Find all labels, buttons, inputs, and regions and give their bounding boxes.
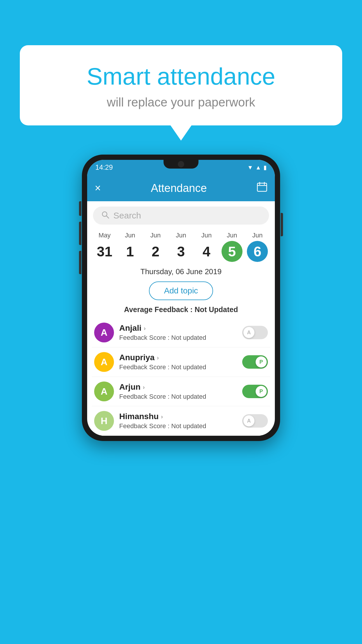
avatar-arjun: A [94, 382, 114, 401]
date-col-2[interactable]: Jun 2 [144, 232, 167, 262]
toggle-knob-anjali: A [243, 327, 254, 338]
month-2: Jun [150, 232, 161, 239]
speech-bubble: Smart attendance will replace your paper… [20, 45, 342, 125]
day-2: 2 [145, 241, 166, 262]
battery-icon: ▮ [263, 164, 267, 171]
close-button[interactable]: × [95, 182, 101, 194]
student-feedback-arjun: Feedback Score : Not updated [119, 393, 237, 400]
month-5: Jun [227, 232, 237, 239]
avatar-anjali: A [94, 323, 114, 342]
student-item-anjali[interactable]: A Anjali › Feedback Score : Not updated [92, 318, 270, 347]
student-item-himanshu[interactable]: H Himanshu › Feedback Score : Not update… [92, 406, 270, 436]
attendance-toggle-himanshu[interactable]: A [242, 414, 268, 428]
toggle-knob-arjun: P [256, 386, 267, 397]
date-col-5[interactable]: Jun 5 [220, 232, 244, 262]
front-camera [178, 161, 184, 167]
day-4: 4 [196, 241, 217, 262]
month-6: Jun [252, 232, 262, 239]
power-button [281, 213, 283, 236]
student-feedback-anupriya: Feedback Score : Not updated [119, 363, 237, 371]
student-list: A Anjali › Feedback Score : Not updated [87, 318, 275, 436]
date-col-0[interactable]: May 31 [93, 232, 116, 262]
toggle-knob-himanshu: A [243, 415, 254, 426]
add-topic-button[interactable]: Add topic [149, 281, 213, 300]
svg-rect-0 [257, 183, 267, 191]
avatar-himanshu: H [94, 411, 114, 431]
student-info-anupriya: Anupriya › Feedback Score : Not updated [119, 353, 237, 371]
avg-feedback-label: Average Feedback : [124, 305, 193, 314]
calendar-icon[interactable] [257, 182, 267, 195]
month-3: Jun [176, 232, 186, 239]
date-strip: May 31 Jun 1 Jun 2 Jun 3 Jun 4 [87, 228, 275, 264]
wifi-icon: ▼ [247, 164, 253, 171]
student-feedback-himanshu: Feedback Score : Not updated [119, 422, 237, 430]
selected-date-label: Thursday, 06 June 2019 [87, 264, 275, 279]
student-item-anupriya[interactable]: A Anupriya › Feedback Score : Not update… [92, 347, 270, 377]
attendance-toggle-arjun[interactable]: P [242, 385, 268, 398]
day-3: 3 [171, 241, 191, 262]
app-header: × Attendance [87, 175, 275, 201]
student-name-himanshu: Himanshu › [119, 412, 237, 421]
attendance-toggle-anjali[interactable]: A [242, 326, 268, 339]
student-info-himanshu: Himanshu › Feedback Score : Not updated [119, 412, 237, 430]
volume-down-button [79, 222, 81, 245]
chevron-icon: › [161, 413, 163, 420]
student-name-anjali: Anjali › [119, 323, 237, 333]
month-1: Jun [125, 232, 135, 239]
toggle-container-himanshu[interactable]: A [242, 414, 268, 428]
search-placeholder: Search [113, 211, 141, 220]
toggle-container-arjun[interactable]: P [242, 385, 268, 398]
header-title: Attendance [151, 182, 207, 195]
svg-line-5 [106, 216, 109, 218]
attendance-toggle-anupriya[interactable]: P [242, 355, 268, 369]
toggle-container-anupriya[interactable]: P [242, 355, 268, 369]
day-5: 5 [222, 241, 242, 262]
toggle-container-anjali[interactable]: A [242, 326, 268, 339]
date-col-3[interactable]: Jun 3 [169, 232, 193, 262]
status-time: 14:29 [95, 163, 113, 172]
volume-up-button [79, 201, 81, 216]
student-name-arjun: Arjun › [119, 382, 237, 392]
phone-screen: 14:29 ▼ ▲ ▮ × Attendance [87, 160, 275, 436]
student-info-anjali: Anjali › Feedback Score : Not updated [119, 323, 237, 342]
month-0: May [99, 232, 111, 239]
chevron-icon: › [157, 354, 159, 361]
date-col-1[interactable]: Jun 1 [118, 232, 142, 262]
status-icons: ▼ ▲ ▮ [247, 164, 267, 171]
day-1: 1 [120, 241, 140, 262]
phone-mockup: 14:29 ▼ ▲ ▮ × Attendance [82, 155, 280, 441]
search-icon [101, 211, 109, 221]
day-0: 31 [94, 241, 115, 262]
phone-notch [164, 160, 198, 169]
search-bar[interactable]: Search [93, 206, 269, 225]
avg-feedback-value: Not Updated [195, 305, 238, 314]
student-item-arjun[interactable]: A Arjun › Feedback Score : Not updated [92, 377, 270, 406]
bubble-subtitle: will replace your paperwork [34, 95, 328, 109]
date-col-6[interactable]: Jun 6 [246, 232, 269, 262]
avatar-anupriya: A [94, 352, 114, 372]
student-name-anupriya: Anupriya › [119, 353, 237, 362]
date-col-4[interactable]: Jun 4 [195, 232, 218, 262]
speech-bubble-container: Smart attendance will replace your paper… [20, 45, 342, 125]
chevron-icon: › [144, 325, 146, 332]
phone-outer: 14:29 ▼ ▲ ▮ × Attendance [82, 155, 280, 441]
month-4: Jun [201, 232, 212, 239]
silent-button [79, 251, 81, 274]
signal-icon: ▲ [255, 164, 261, 171]
student-info-arjun: Arjun › Feedback Score : Not updated [119, 382, 237, 400]
chevron-icon: › [143, 384, 145, 391]
toggle-knob-anupriya: P [256, 356, 267, 368]
bubble-title: Smart attendance [34, 63, 328, 90]
day-6: 6 [247, 241, 268, 262]
student-feedback-anjali: Feedback Score : Not updated [119, 334, 237, 342]
avg-feedback: Average Feedback : Not Updated [87, 304, 275, 318]
